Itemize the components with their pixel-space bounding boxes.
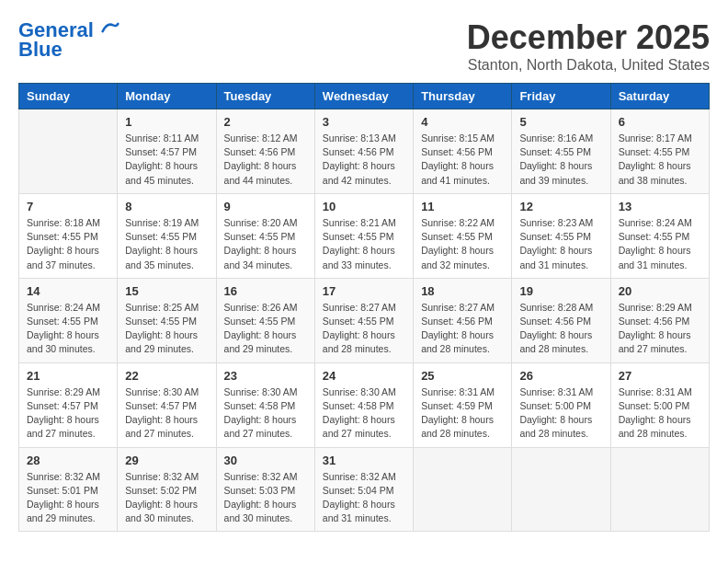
day-number: 30 — [224, 454, 307, 467]
day-number: 7 — [27, 200, 109, 213]
calendar-cell — [414, 447, 512, 532]
calendar-cell — [610, 447, 709, 532]
cell-sun-info: Sunrise: 8:23 AMSunset: 4:55 PMDaylight:… — [519, 216, 602, 272]
calendar-cell: 25Sunrise: 8:31 AMSunset: 4:59 PMDayligh… — [414, 362, 512, 447]
day-number: 8 — [125, 200, 208, 213]
calendar-cell — [512, 447, 610, 532]
calendar-cell: 12Sunrise: 8:23 AMSunset: 4:55 PMDayligh… — [512, 193, 610, 278]
week-row-1: 1Sunrise: 8:11 AMSunset: 4:57 PMDaylight… — [19, 109, 710, 194]
logo-blue: Blue — [18, 38, 119, 62]
day-number: 27 — [619, 369, 701, 383]
location-subtitle: Stanton, North Dakota, United States — [467, 57, 710, 74]
day-number: 11 — [421, 200, 504, 213]
calendar-cell: 6Sunrise: 8:17 AMSunset: 4:55 PMDaylight… — [610, 109, 709, 194]
day-number: 4 — [421, 115, 504, 129]
day-number: 17 — [323, 284, 405, 298]
cell-sun-info: Sunrise: 8:22 AMSunset: 4:55 PMDaylight:… — [421, 216, 504, 272]
cell-sun-info: Sunrise: 8:12 AMSunset: 4:56 PMDaylight:… — [224, 132, 307, 188]
day-number: 19 — [519, 284, 602, 298]
calendar-cell: 11Sunrise: 8:22 AMSunset: 4:55 PMDayligh… — [414, 193, 512, 278]
day-number: 22 — [125, 369, 208, 383]
calendar-cell: 9Sunrise: 8:20 AMSunset: 4:55 PMDaylight… — [216, 193, 314, 278]
day-number: 26 — [519, 369, 602, 383]
cell-sun-info: Sunrise: 8:15 AMSunset: 4:56 PMDaylight:… — [421, 132, 504, 188]
cell-sun-info: Sunrise: 8:30 AMSunset: 4:58 PMDaylight:… — [224, 385, 307, 442]
calendar-cell — [19, 109, 118, 194]
day-number: 16 — [224, 284, 307, 298]
cell-sun-info: Sunrise: 8:32 AMSunset: 5:01 PMDaylight:… — [27, 470, 109, 526]
day-number: 10 — [323, 200, 405, 213]
cell-sun-info: Sunrise: 8:19 AMSunset: 4:55 PMDaylight:… — [125, 216, 208, 272]
day-header-thursday: Thursday — [414, 84, 512, 109]
calendar-header-row: SundayMondayTuesdayWednesdayThursdayFrid… — [19, 84, 710, 109]
calendar-cell: 21Sunrise: 8:29 AMSunset: 4:57 PMDayligh… — [19, 362, 118, 447]
calendar-cell: 27Sunrise: 8:31 AMSunset: 5:00 PMDayligh… — [610, 362, 709, 447]
cell-sun-info: Sunrise: 8:30 AMSunset: 4:58 PMDaylight:… — [323, 385, 405, 442]
cell-sun-info: Sunrise: 8:27 AMSunset: 4:56 PMDaylight:… — [421, 301, 504, 357]
day-number: 23 — [224, 369, 307, 383]
calendar-cell: 19Sunrise: 8:28 AMSunset: 4:56 PMDayligh… — [512, 278, 610, 362]
day-number: 6 — [619, 115, 701, 129]
day-number: 14 — [27, 284, 109, 298]
cell-sun-info: Sunrise: 8:31 AMSunset: 5:00 PMDaylight:… — [519, 385, 602, 442]
calendar-cell: 3Sunrise: 8:13 AMSunset: 4:56 PMDaylight… — [314, 109, 413, 194]
day-header-saturday: Saturday — [610, 84, 709, 109]
cell-sun-info: Sunrise: 8:29 AMSunset: 4:56 PMDaylight:… — [619, 301, 701, 357]
week-row-4: 21Sunrise: 8:29 AMSunset: 4:57 PMDayligh… — [19, 362, 710, 447]
day-number: 12 — [519, 200, 602, 213]
cell-sun-info: Sunrise: 8:24 AMSunset: 4:55 PMDaylight:… — [27, 301, 109, 357]
day-header-friday: Friday — [512, 84, 610, 109]
cell-sun-info: Sunrise: 8:11 AMSunset: 4:57 PMDaylight:… — [125, 132, 208, 188]
week-row-2: 7Sunrise: 8:18 AMSunset: 4:55 PMDaylight… — [19, 193, 710, 278]
cell-sun-info: Sunrise: 8:21 AMSunset: 4:55 PMDaylight:… — [323, 216, 405, 272]
cell-sun-info: Sunrise: 8:18 AMSunset: 4:55 PMDaylight:… — [27, 216, 109, 272]
calendar-table: SundayMondayTuesdayWednesdayThursdayFrid… — [18, 83, 710, 532]
cell-sun-info: Sunrise: 8:26 AMSunset: 4:55 PMDaylight:… — [224, 301, 307, 357]
calendar-cell: 30Sunrise: 8:32 AMSunset: 5:03 PMDayligh… — [216, 447, 314, 532]
calendar-cell: 28Sunrise: 8:32 AMSunset: 5:01 PMDayligh… — [19, 447, 118, 532]
calendar-cell: 13Sunrise: 8:24 AMSunset: 4:55 PMDayligh… — [610, 193, 709, 278]
calendar-cell: 8Sunrise: 8:19 AMSunset: 4:55 PMDaylight… — [118, 193, 216, 278]
calendar-cell: 29Sunrise: 8:32 AMSunset: 5:02 PMDayligh… — [118, 447, 216, 532]
day-number: 24 — [323, 369, 405, 383]
calendar-cell: 2Sunrise: 8:12 AMSunset: 4:56 PMDaylight… — [216, 109, 314, 194]
day-number: 15 — [125, 284, 208, 298]
day-number: 13 — [619, 200, 701, 213]
calendar-cell: 14Sunrise: 8:24 AMSunset: 4:55 PMDayligh… — [19, 278, 118, 362]
day-header-tuesday: Tuesday — [216, 84, 314, 109]
cell-sun-info: Sunrise: 8:27 AMSunset: 4:55 PMDaylight:… — [323, 301, 405, 357]
calendar-cell: 10Sunrise: 8:21 AMSunset: 4:55 PMDayligh… — [314, 193, 413, 278]
day-header-monday: Monday — [118, 84, 216, 109]
day-number: 1 — [125, 115, 208, 129]
cell-sun-info: Sunrise: 8:31 AMSunset: 4:59 PMDaylight:… — [421, 385, 504, 442]
calendar-body: 1Sunrise: 8:11 AMSunset: 4:57 PMDaylight… — [19, 109, 710, 532]
calendar-cell: 23Sunrise: 8:30 AMSunset: 4:58 PMDayligh… — [216, 362, 314, 447]
logo-icon — [101, 18, 119, 37]
month-title: December 2025 — [467, 18, 710, 57]
calendar-cell: 7Sunrise: 8:18 AMSunset: 4:55 PMDaylight… — [19, 193, 118, 278]
day-number: 28 — [27, 454, 109, 467]
week-row-5: 28Sunrise: 8:32 AMSunset: 5:01 PMDayligh… — [19, 447, 710, 532]
cell-sun-info: Sunrise: 8:32 AMSunset: 5:03 PMDaylight:… — [224, 470, 307, 526]
calendar-cell: 1Sunrise: 8:11 AMSunset: 4:57 PMDaylight… — [118, 109, 216, 194]
page-header: General Blue December 2025 Stanton, Nort… — [18, 18, 710, 74]
calendar-cell: 22Sunrise: 8:30 AMSunset: 4:57 PMDayligh… — [118, 362, 216, 447]
cell-sun-info: Sunrise: 8:13 AMSunset: 4:56 PMDaylight:… — [323, 132, 405, 188]
cell-sun-info: Sunrise: 8:17 AMSunset: 4:55 PMDaylight:… — [619, 132, 701, 188]
calendar-cell: 15Sunrise: 8:25 AMSunset: 4:55 PMDayligh… — [118, 278, 216, 362]
day-number: 18 — [421, 284, 504, 298]
cell-sun-info: Sunrise: 8:29 AMSunset: 4:57 PMDaylight:… — [27, 385, 109, 442]
day-number: 20 — [619, 284, 701, 298]
cell-sun-info: Sunrise: 8:24 AMSunset: 4:55 PMDaylight:… — [619, 216, 701, 272]
cell-sun-info: Sunrise: 8:28 AMSunset: 4:56 PMDaylight:… — [519, 301, 602, 357]
cell-sun-info: Sunrise: 8:25 AMSunset: 4:55 PMDaylight:… — [125, 301, 208, 357]
cell-sun-info: Sunrise: 8:20 AMSunset: 4:55 PMDaylight:… — [224, 216, 307, 272]
calendar-cell: 16Sunrise: 8:26 AMSunset: 4:55 PMDayligh… — [216, 278, 314, 362]
day-number: 25 — [421, 369, 504, 383]
cell-sun-info: Sunrise: 8:32 AMSunset: 5:02 PMDaylight:… — [125, 470, 208, 526]
day-header-wednesday: Wednesday — [314, 84, 413, 109]
day-number: 29 — [125, 454, 208, 467]
cell-sun-info: Sunrise: 8:30 AMSunset: 4:57 PMDaylight:… — [125, 385, 208, 442]
day-number: 5 — [519, 115, 602, 129]
logo: General Blue — [18, 18, 119, 62]
